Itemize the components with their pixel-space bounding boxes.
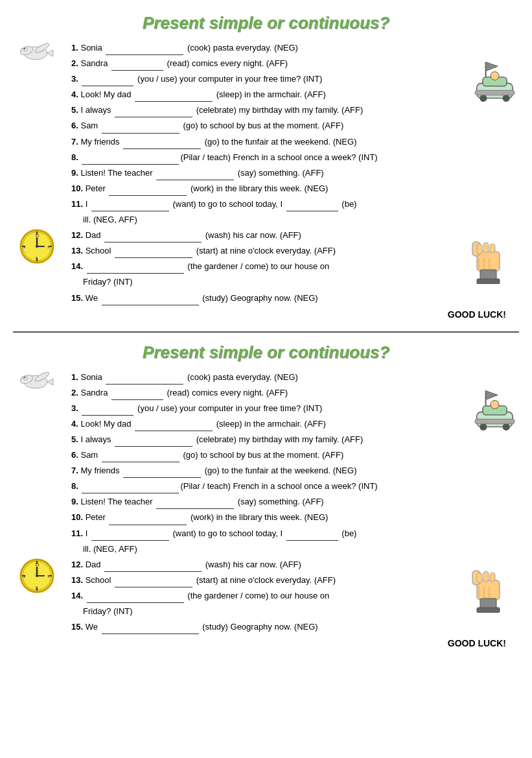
q2-3: 3. (you / use) your computer in your fre… — [71, 401, 506, 416]
blank-1-6[interactable] — [102, 124, 179, 134]
blank-1-4[interactable] — [135, 93, 213, 102]
blank-1-13[interactable] — [115, 249, 192, 258]
blank-2-4[interactable] — [135, 422, 213, 431]
blank-2-10[interactable] — [109, 516, 187, 525]
section-1: Present simple or continuous? — [13, 6, 519, 333]
blank-1-12[interactable] — [104, 233, 202, 243]
svg-text:12: 12 — [35, 563, 40, 567]
q2-14: 14. (the gardener / come) to our house o… — [71, 589, 506, 603]
svg-rect-70 — [490, 573, 495, 582]
q2-15: 15. We (study) Geography now. (NEG) — [71, 620, 506, 634]
blank-2-1[interactable] — [106, 375, 183, 385]
bird-decoration-2 — [16, 362, 58, 404]
blank-2-13[interactable] — [115, 578, 192, 587]
section-1-title: Present simple or continuous? — [19, 13, 513, 33]
svg-rect-72 — [477, 608, 500, 613]
blank-1-15[interactable] — [102, 296, 199, 305]
q2-4: 4. Look! My dad (sleep) in the armchair.… — [71, 417, 506, 431]
svg-point-61 — [36, 574, 38, 577]
svg-rect-68 — [477, 573, 482, 583]
hand-icon-1 — [467, 232, 509, 284]
blank-2-14[interactable] — [87, 594, 184, 603]
q1-13: 13. School (start) at nine o'clock every… — [71, 244, 506, 258]
q2-6: 6. Sam (go) to school by bus at the mome… — [71, 448, 506, 462]
svg-point-23 — [36, 245, 38, 248]
blank-2-7[interactable] — [123, 469, 201, 478]
blank-2-11a[interactable] — [91, 532, 169, 541]
q1-7: 7. My friends (go) to the funfair at the… — [71, 135, 506, 149]
questions-area-1: 1. Sonia (cook) pasta everyday. (NEG) 2.… — [71, 41, 506, 305]
svg-text:12: 12 — [35, 233, 40, 237]
blank-1-7[interactable] — [123, 140, 201, 149]
svg-rect-30 — [477, 244, 482, 254]
q2-12: 12. Dad (wash) his car now. (AFF) — [71, 558, 506, 572]
blank-2-6[interactable] — [102, 453, 179, 462]
q1-14: 14. (the gardener / come) to our house o… — [71, 259, 506, 274]
q2-11: 11. I (want) to go to school today, I (b… — [71, 527, 506, 541]
section-2: Present simple or continuous? — [13, 336, 519, 656]
q1-1: 1. Sonia (cook) pasta everyday. (NEG) — [71, 41, 506, 55]
clock-icon-1: 12 3 6 9 — [19, 229, 55, 265]
hand-icon-2 — [467, 561, 509, 613]
q1-9: 9. Listen! The teacher (say) something. … — [71, 166, 506, 180]
q1-15: 15. We (study) Geography now. (NEG) — [71, 291, 506, 305]
q2-10: 10. Peter (work) in the library this wee… — [71, 510, 506, 525]
blank-1-11b[interactable] — [286, 202, 338, 211]
blank-1-8[interactable] — [82, 156, 179, 165]
q1-6: 6. Sam (go) to school by bus at the mome… — [71, 119, 506, 133]
q2-8: 8. (Pilar / teach) French in a school on… — [71, 479, 506, 493]
clock-icon-2: 12 3 6 9 — [19, 558, 55, 594]
svg-point-4 — [24, 48, 25, 49]
q2-2: 2. Sandra (read) comics every night. (AF… — [71, 386, 506, 400]
blank-2-9[interactable] — [156, 500, 234, 509]
worksheet: Present simple or continuous? — [0, 0, 532, 661]
q1-2: 2. Sandra (read) comics every night. (AF… — [71, 56, 506, 71]
svg-marker-44 — [47, 379, 53, 385]
q1-4: 4. Look! My dad (sleep) in the armchair.… — [71, 88, 506, 102]
q2-14-cont: Friday? (INT) — [83, 604, 506, 619]
svg-rect-31 — [483, 243, 489, 253]
blank-1-10[interactable] — [109, 187, 187, 196]
blank-1-9[interactable] — [156, 171, 234, 180]
blank-1-3[interactable] — [82, 77, 133, 86]
clock-decoration-1: 12 3 6 9 — [19, 229, 55, 266]
q1-14-cont: Friday? (INT) — [83, 275, 506, 289]
q1-3: 3. (you / use) your computer in your fre… — [71, 72, 506, 86]
q2-9: 9. Listen! The teacher (say) something. … — [71, 495, 506, 509]
svg-rect-66 — [477, 580, 500, 600]
blank-2-11b[interactable] — [286, 532, 338, 541]
svg-point-41 — [23, 376, 27, 380]
blank-1-5[interactable] — [115, 108, 192, 117]
good-luck-1: GOOD LUCK! — [19, 309, 506, 320]
q1-5: 5. I always (celebrate) my birthday with… — [71, 103, 506, 117]
blank-2-3[interactable] — [82, 407, 133, 416]
svg-marker-6 — [47, 50, 53, 56]
svg-rect-28 — [477, 252, 500, 271]
q2-7: 7. My friends (go) to the funfair at the… — [71, 464, 506, 478]
blank-2-8[interactable] — [82, 484, 179, 493]
good-luck-2: GOOD LUCK! — [19, 638, 506, 648]
questions-area-2: 1. Sonia (cook) pasta everyday. (NEG) 2.… — [71, 370, 506, 635]
q2-1: 1. Sonia (cook) pasta everyday. (NEG) — [71, 370, 506, 385]
blank-2-2[interactable] — [111, 391, 163, 400]
bird-icon-1 — [17, 34, 58, 74]
q2-11-cont: ill. (NEG, AFF) — [83, 542, 506, 556]
clock-decoration-2: 12 3 6 9 — [19, 558, 55, 596]
q1-11: 11. I (want) to go to school today, I (b… — [71, 197, 506, 211]
svg-point-42 — [24, 377, 25, 378]
blank-1-2[interactable] — [111, 62, 163, 71]
hand-decoration-1 — [467, 232, 509, 286]
blank-2-15[interactable] — [102, 625, 199, 634]
blank-1-14[interactable] — [87, 265, 184, 274]
q1-10: 10. Peter (work) in the library this wee… — [71, 182, 506, 196]
blank-2-5[interactable] — [115, 438, 192, 447]
q1-12: 12. Dad (wash) his car now. (AFF) — [71, 228, 506, 243]
blank-2-12[interactable] — [104, 563, 202, 572]
q2-13: 13. School (start) at nine o'clock every… — [71, 573, 506, 587]
blank-1-11a[interactable] — [91, 202, 169, 211]
q2-5: 5. I always (celebrate) my birthday with… — [71, 432, 506, 447]
svg-rect-69 — [483, 571, 489, 582]
q1-8: 8. (Pilar / teach) French in a school on… — [71, 150, 506, 165]
blank-1-1[interactable] — [106, 46, 183, 55]
hand-decoration-2 — [467, 561, 509, 615]
